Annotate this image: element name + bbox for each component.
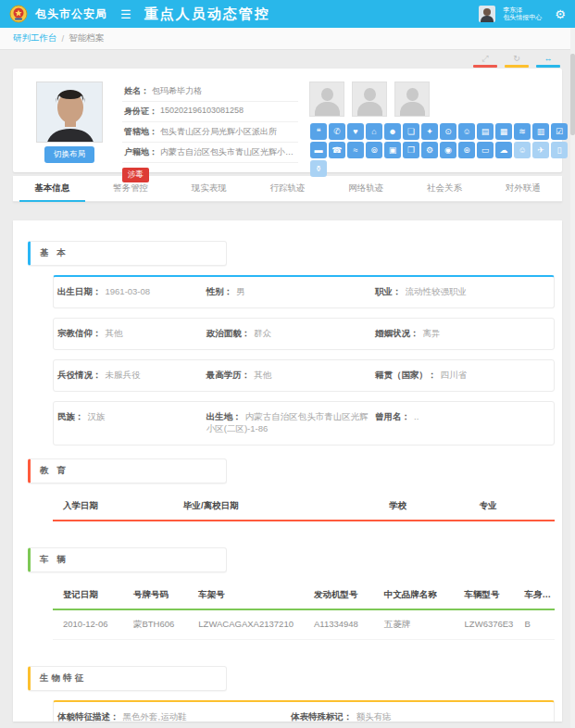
police-badge-icon	[9, 5, 28, 23]
breadcrumb: 研判工作台 / 智能档案	[0, 28, 575, 50]
graduation-cap-icon[interactable]: ✦	[421, 123, 438, 140]
expand-icon: ⤢	[481, 55, 488, 63]
breadcrumb-parent[interactable]: 研判工作台	[13, 32, 57, 44]
menu-toggle-icon[interactable]: ☰	[120, 7, 131, 21]
user-name: 李东泽	[503, 6, 542, 14]
category-icon-grid: ❝ ✆ ♥ ⌂ ☻ ❏ ✦ ⊙ ☺ ▤ ▦ ≋ ▥ ☑ ▬ ☎ ≈ ⊚ ▣ ❐ …	[309, 122, 572, 178]
check-square-icon[interactable]: ☑	[551, 123, 568, 140]
refresh-control[interactable]: ↻	[505, 55, 529, 69]
refresh-icon: ↻	[513, 55, 520, 63]
vehicle-table-header: 登记日期 号牌号码 车架号 发动机型号 中文品牌名称 车辆型号 车身颜色	[53, 582, 555, 610]
vehicle-table: 登记日期 号牌号码 车架号 发动机型号 中文品牌名称 车辆型号 车身颜色 201…	[53, 582, 555, 653]
fullscreen-control[interactable]: ⤢	[473, 55, 497, 69]
switch-layout-button[interactable]: 切换布局	[44, 146, 94, 163]
avatar-placeholder[interactable]	[394, 82, 430, 117]
tab-basic-info[interactable]: 基本信息	[13, 176, 92, 201]
user-circle-icon[interactable]: ◉	[440, 142, 456, 158]
settings-gear-icon[interactable]: ⚙	[555, 7, 566, 21]
users-icon[interactable]: ☻	[384, 123, 401, 140]
collapse-icon: ↔	[544, 55, 553, 63]
wifi-icon[interactable]: ≋	[514, 123, 531, 140]
person-light-icon[interactable]: ☺	[514, 142, 531, 158]
heart-icon[interactable]: ♥	[347, 123, 364, 140]
plane-icon[interactable]: ✈	[532, 142, 549, 158]
tab-social-relations[interactable]: 社会关系	[406, 176, 484, 201]
top-bar: 包头市公安局 ☰ 重点人员动态管控 李东泽 包头情报中心 ⚙	[0, 0, 575, 28]
section-header-biometrics: 生物特征	[28, 666, 227, 691]
vertical-scrollbar[interactable]	[570, 28, 575, 728]
car-icon[interactable]: ⊙	[440, 123, 456, 140]
field-id-number: 身份证： 150202196103081258	[122, 102, 298, 122]
gear-small-icon[interactable]: ⚙	[421, 142, 438, 158]
breadcrumb-current: 智能档案	[69, 32, 104, 44]
tab-network-track[interactable]: 网络轨迹	[327, 176, 406, 201]
user-org: 包头情报中心	[503, 14, 542, 21]
related-person-avatars	[309, 82, 572, 117]
basic-row-3: 兵役情况：未服兵役 最高学历：其他 籍贯（国家）：四川省	[53, 359, 555, 392]
file-image-icon[interactable]: ▦	[495, 123, 512, 140]
rss-icon[interactable]: ≈	[347, 142, 364, 158]
person-photo	[36, 82, 103, 143]
scrollbar-thumb[interactable]	[570, 54, 575, 135]
truck-icon[interactable]: ▣	[384, 142, 401, 158]
education-table-header: 入学日期 毕业/离校日期 学校 专业	[53, 493, 555, 521]
field-name: 姓名： 包玛希毕力格	[122, 82, 298, 102]
breadcrumb-separator: /	[62, 33, 65, 44]
education-table: 入学日期 毕业/离校日期 学校 专业	[53, 493, 555, 534]
field-registered-address: 户籍地： 内蒙古自治区包头市青山区光辉小区(二区)-1-86	[122, 143, 298, 163]
tab-bar: 基本信息 警务管控 现实表现 行踪轨迹 网络轨迹 社会关系 对外联通	[13, 176, 562, 202]
app-name: 包头市公安局	[35, 6, 107, 22]
page-title: 重点人员动态管控	[144, 6, 270, 23]
user-icon[interactable]: ☺	[458, 123, 475, 140]
bed-icon[interactable]: ❏	[403, 123, 419, 140]
phone-volume-icon[interactable]: ✆	[329, 123, 345, 140]
bio-row-1: 体貌特征描述：黑色外套,运动鞋 体表特殊标记：额头有痣	[53, 700, 555, 722]
tab-actual-performance[interactable]: 现实表现	[169, 176, 248, 201]
panel-controls: ⤢ ↻ ↔	[0, 50, 575, 69]
cloud-icon[interactable]: ☁	[495, 142, 512, 158]
basic-row-1: 出生日期：1961-03-08 性别：男 职业：流动性较强职业	[53, 275, 555, 308]
profile-fields: 姓名： 包玛希毕力格 身份证： 150202196103081258 管辖地： …	[122, 82, 298, 163]
collapse-control[interactable]: ↔	[536, 55, 560, 69]
bus-icon[interactable]: ▯	[551, 142, 568, 158]
bank-icon[interactable]: ▥	[532, 123, 549, 140]
hotel-icon[interactable]: ❐	[403, 142, 419, 158]
field-jurisdiction: 管辖地： 包头青山区分局光辉小区派出所	[122, 122, 298, 143]
detail-panel: 基 本 出生日期：1961-03-08 性别：男 职业：流动性较强职业 宗教信仰…	[13, 220, 562, 722]
id-card-icon[interactable]: ▬	[310, 142, 327, 158]
basic-row-2: 宗教信仰：其他 政治面貌：群众 婚姻状况：离异	[53, 318, 555, 350]
avatar-placeholder[interactable]	[352, 82, 387, 117]
section-header-basic: 基 本	[28, 241, 227, 266]
police-car-icon[interactable]: ⊚	[366, 142, 382, 158]
tab-external-contact[interactable]: 对外联通	[483, 176, 562, 201]
avatar-placeholder[interactable]	[309, 82, 344, 117]
tab-movement-track[interactable]: 行踪轨迹	[248, 176, 327, 201]
user-avatar[interactable]	[479, 6, 495, 22]
section-header-education: 教 育	[28, 458, 227, 483]
vehicle-table-row: 2010-12-06 蒙BTH606 LZWACAGAXA2137210 A11…	[53, 610, 555, 640]
home-icon[interactable]: ⌂	[366, 123, 382, 140]
section-header-vehicle: 车 辆	[28, 547, 227, 572]
credit-card-icon[interactable]: ▭	[477, 142, 494, 158]
comment-icon[interactable]: ❝	[310, 123, 327, 140]
tab-police-control[interactable]: 警务管控	[92, 176, 170, 201]
phone-icon[interactable]: ☎	[329, 142, 345, 158]
user-info: 李东泽 包头情报中心	[503, 6, 542, 21]
basic-row-4: 民族：汉族 出生地：内蒙古自治区包头市青山区光辉小区(二区)-1-86 曾用名：…	[53, 401, 555, 446]
file-icon[interactable]: ▤	[477, 123, 494, 140]
taxi-icon[interactable]: ⊛	[458, 142, 475, 158]
profile-card: 切换布局 姓名： 包玛希毕力格 身份证： 150202196103081258 …	[13, 69, 562, 172]
trash-icon[interactable]: ⚱	[310, 160, 327, 177]
